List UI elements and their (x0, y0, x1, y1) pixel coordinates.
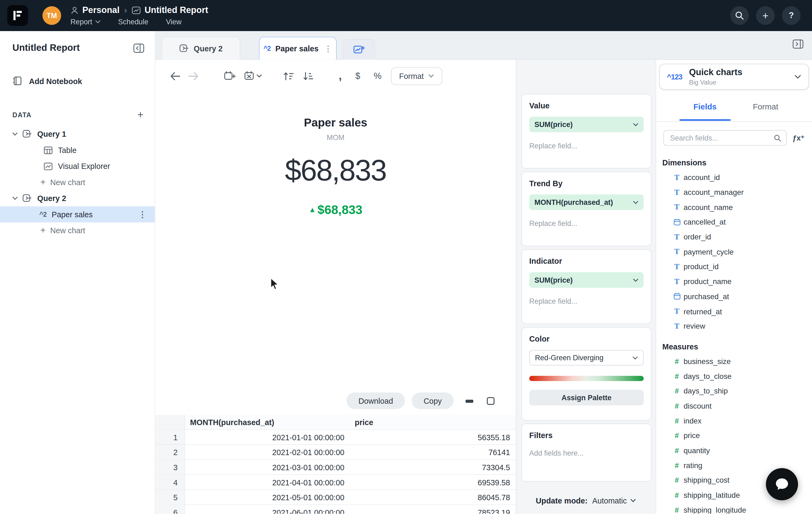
calendar-plus-icon (224, 70, 236, 82)
avatar[interactable]: TM (42, 6, 61, 25)
chevron-down-icon[interactable] (257, 74, 262, 78)
field-label: account_manager (684, 188, 744, 196)
help-button[interactable]: ? (782, 6, 801, 25)
expand-results-button[interactable] (485, 395, 496, 406)
field-item-index[interactable]: #index (656, 413, 812, 428)
value-replace-dropzone[interactable]: Replace field... (529, 142, 644, 150)
field-item-days_to_close[interactable]: #days_to_close (656, 369, 812, 383)
assign-palette-button[interactable]: Assign Palette (529, 390, 644, 406)
field-item-days_to_ship[interactable]: #days_to_ship (656, 383, 812, 398)
indicator-field-pill[interactable]: SUM(price) (529, 272, 644, 288)
cell-month: 2021-05-01 00:00:00 (185, 490, 351, 505)
palette-select[interactable]: Red-Green Diverging (529, 350, 644, 366)
field-item-order_id[interactable]: Torder_id (656, 229, 812, 244)
field-label: shipping_cost (684, 476, 729, 485)
field-item-payment_cycle[interactable]: Tpayment_cycle (656, 244, 812, 259)
field-item-cancelled_at[interactable]: cancelled_at (656, 215, 812, 229)
download-button[interactable]: Download (347, 393, 405, 409)
sort-descending-button[interactable] (302, 71, 314, 81)
field-item-account_manager[interactable]: Taccount_manager (656, 185, 812, 200)
plus-icon: + (762, 9, 768, 21)
measure-hash-icon: # (672, 357, 682, 366)
chart-title: Paper sales (155, 116, 516, 130)
add-notebook-button[interactable]: Add Notebook (0, 71, 155, 91)
add-date-column-button[interactable] (224, 70, 236, 82)
copy-button[interactable]: Copy (412, 393, 454, 409)
collapse-results-button[interactable] (464, 395, 475, 406)
percent-format-button[interactable]: % (374, 71, 381, 81)
tab-kebab-icon[interactable]: ⋮ (324, 44, 332, 53)
plus-icon: + (40, 177, 46, 187)
trend-by-replace-dropzone[interactable]: Replace field... (529, 219, 644, 227)
format-button[interactable]: Format (391, 67, 442, 85)
fields-panel: ^123 Quick charts Big Value Fields Forma… (656, 60, 812, 514)
tab-paper-sales[interactable]: ^2 Paper sales ⋮ (259, 37, 337, 59)
currency-format-button[interactable]: $ (355, 71, 360, 81)
field-item-review[interactable]: Treview (656, 319, 812, 334)
sidebar-item-new-chart-1[interactable]: + New chart (0, 174, 155, 190)
tab-fields[interactable]: Fields (694, 102, 717, 111)
app-logo[interactable] (7, 5, 28, 26)
field-item-purchased_at[interactable]: purchased_at (656, 289, 812, 304)
field-item-discount[interactable]: #discount (656, 399, 812, 413)
cell-price: 86045.78 (351, 490, 516, 505)
cell-month: 2021-02-01 00:00:00 (185, 445, 351, 459)
field-item-shipping_longitude[interactable]: #shipping_longitude (656, 503, 812, 514)
sidebar-item-table[interactable]: Table (0, 142, 155, 158)
kebab-menu-icon[interactable]: ⋮ (138, 210, 147, 219)
sidebar-item-paper-sales[interactable]: ^2 Paper sales ⋮ (0, 207, 155, 222)
field-label: payment_cycle (684, 248, 734, 256)
chat-fab-button[interactable] (766, 468, 798, 500)
field-item-business_size[interactable]: #business_size (656, 354, 812, 369)
remove-date-column-button[interactable] (244, 70, 254, 82)
quick-charts-selector[interactable]: ^123 Quick charts Big Value (659, 64, 809, 90)
tab-query2[interactable]: Query 2 (162, 37, 240, 59)
sidebar-item-new-chart-2[interactable]: + New chart (0, 222, 155, 238)
menu-schedule[interactable]: Schedule (118, 18, 148, 26)
sidebar-item-visual-explorer[interactable]: Visual Explorer (0, 158, 155, 174)
sidebar-item-query2[interactable]: Query 2 (0, 190, 155, 206)
undo-button[interactable] (170, 71, 181, 81)
field-item-account_name[interactable]: Taccount_name (656, 200, 812, 215)
search-fields-input[interactable] (669, 133, 774, 143)
field-label: business_size (684, 357, 731, 366)
breadcrumb-report-title[interactable]: Untitled Report (144, 5, 208, 16)
menu-report[interactable]: Report (70, 18, 100, 26)
collapse-sidebar-button[interactable] (133, 43, 144, 53)
thousands-separator-button[interactable]: , (339, 74, 342, 78)
field-item-quantity[interactable]: #quantity (656, 443, 812, 458)
tab-format[interactable]: Format (753, 102, 778, 111)
search-button[interactable] (730, 6, 749, 25)
sidebar-report-title: Untitled Report (12, 43, 80, 53)
menu-view[interactable]: View (166, 18, 182, 26)
field-item-returned_at[interactable]: Treturned_at (656, 304, 812, 319)
sort-ascending-button[interactable] (283, 71, 294, 81)
trend-by-card-title: Trend By (529, 179, 644, 188)
filters-card-title: Filters (529, 431, 644, 440)
field-item-product_name[interactable]: Tproduct_name (656, 274, 812, 289)
field-label: returned_at (684, 307, 722, 316)
field-item-product_id[interactable]: Tproduct_id (656, 259, 812, 274)
field-item-account_id[interactable]: Taccount_id (656, 170, 812, 185)
add-formula-button[interactable]: ƒx⁺ (791, 134, 806, 142)
value-card: Value SUM(price) Replace field... (522, 94, 651, 168)
fields-format-tabs: Fields Format (656, 92, 812, 122)
panel-collapse-icon (133, 43, 144, 53)
chat-bubble-icon (774, 477, 790, 492)
expand-panel-button[interactable] (792, 39, 804, 49)
cell-month: 2021-01-01 00:00:00 (185, 430, 351, 444)
redo-button[interactable] (188, 71, 199, 81)
sidebar-item-query1[interactable]: Query 1 (0, 126, 155, 142)
field-item-price[interactable]: #price (656, 428, 812, 443)
add-button[interactable]: + (756, 6, 775, 25)
tab-new-chart[interactable] (343, 39, 375, 60)
breadcrumb-workspace[interactable]: Personal (82, 5, 120, 16)
indicator-replace-dropzone[interactable]: Replace field... (529, 297, 644, 305)
trend-by-field-pill[interactable]: MONTH(purchased_at) (529, 194, 644, 210)
update-mode-select[interactable]: Automatic (592, 496, 636, 505)
filters-dropzone[interactable]: Add fields here... (529, 449, 644, 457)
person-icon (70, 6, 79, 15)
add-data-button[interactable]: + (137, 109, 143, 120)
value-field-pill[interactable]: SUM(price) (529, 117, 644, 132)
table-label: Table (58, 146, 77, 155)
